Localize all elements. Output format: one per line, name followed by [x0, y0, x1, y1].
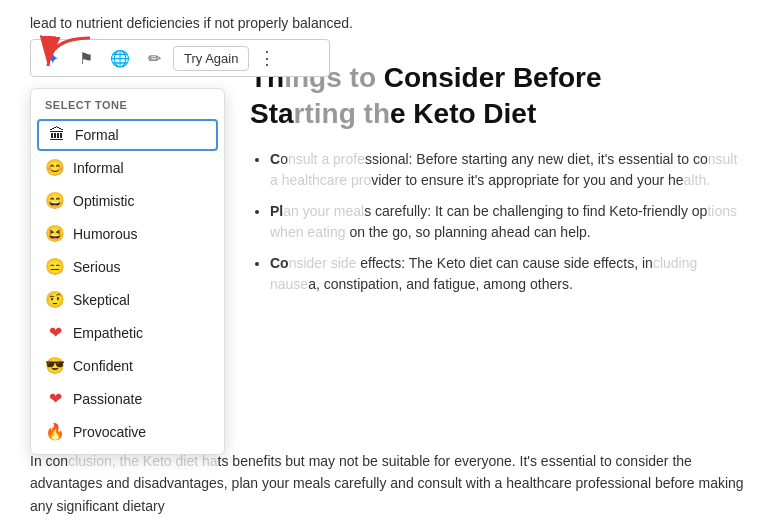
confident-label: Confident	[73, 358, 133, 374]
confident-icon: 😎	[45, 356, 65, 375]
dropdown-item-empathetic[interactable]: ❤ Empathetic	[31, 316, 224, 349]
bullet-strong-2: Pl	[270, 203, 283, 219]
main-content: Things to Consider Before Starting the K…	[250, 60, 746, 311]
formal-icon: 🏛	[47, 126, 67, 144]
informal-label: Informal	[73, 160, 124, 176]
humorous-icon: 😆	[45, 224, 65, 243]
body-text: In conclusion, the Keto diet hats benefi…	[30, 450, 746, 517]
tone-dropdown: SELECT TONE 🏛 Formal 😊 Informal 😄 Optimi…	[30, 88, 225, 455]
bullet-strong-1: C	[270, 151, 280, 167]
passionate-label: Passionate	[73, 391, 142, 407]
formal-label: Formal	[75, 127, 119, 143]
dropdown-item-provocative[interactable]: 🔥 Provocative	[31, 415, 224, 448]
bullet-text-2: an your meals carefully: It can be chall…	[270, 203, 737, 240]
dropdown-item-humorous[interactable]: 😆 Humorous	[31, 217, 224, 250]
globe-button[interactable]: 🌐	[105, 44, 135, 72]
skeptical-label: Skeptical	[73, 292, 130, 308]
globe-icon: 🌐	[110, 49, 130, 68]
dropdown-item-optimistic[interactable]: 😄 Optimistic	[31, 184, 224, 217]
sparkle-button[interactable]: ✦	[37, 44, 67, 72]
empathetic-icon: ❤	[45, 323, 65, 342]
dropdown-item-formal[interactable]: 🏛 Formal	[37, 119, 218, 151]
list-item: Consult a professional: Before starting …	[270, 149, 746, 191]
dropdown-item-confident[interactable]: 😎 Confident	[31, 349, 224, 382]
bullet-list: Consult a professional: Before starting …	[270, 149, 746, 295]
edit-button[interactable]: ✏	[139, 44, 169, 72]
try-again-button[interactable]: Try Again	[173, 46, 249, 71]
toolbar: ✦ ⚑ 🌐 ✏ Try Again ⋮	[30, 39, 330, 77]
humorous-label: Humorous	[73, 226, 138, 242]
flag-icon: ⚑	[79, 49, 93, 68]
bullet-strong-3: Co	[270, 255, 289, 271]
serious-icon: 😑	[45, 257, 65, 276]
flag-button[interactable]: ⚑	[71, 44, 101, 72]
informal-icon: 😊	[45, 158, 65, 177]
provocative-icon: 🔥	[45, 422, 65, 441]
skeptical-icon: 🤨	[45, 290, 65, 309]
serious-label: Serious	[73, 259, 120, 275]
dropdown-item-informal[interactable]: 😊 Informal	[31, 151, 224, 184]
top-text: lead to nutrient deficiencies if not pro…	[30, 10, 736, 31]
dropdown-item-serious[interactable]: 😑 Serious	[31, 250, 224, 283]
empathetic-label: Empathetic	[73, 325, 143, 341]
list-item: Plan your meals carefully: It can be cha…	[270, 201, 746, 243]
list-item: Consider side effects: The Keto diet can…	[270, 253, 746, 295]
dropdown-item-passionate[interactable]: ❤ Passionate	[31, 382, 224, 415]
more-options-button[interactable]: ⋮	[253, 44, 281, 72]
edit-icon: ✏	[148, 49, 161, 68]
provocative-label: Provocative	[73, 424, 146, 440]
passionate-icon: ❤	[45, 389, 65, 408]
more-icon: ⋮	[258, 47, 276, 69]
bullet-text-3: nsider side effects: The Keto diet can c…	[270, 255, 697, 292]
dropdown-header: SELECT TONE	[31, 95, 224, 119]
dropdown-item-skeptical[interactable]: 🤨 Skeptical	[31, 283, 224, 316]
optimistic-icon: 😄	[45, 191, 65, 210]
bullet-text-1: onsult a professional: Before starting a…	[270, 151, 737, 188]
optimistic-label: Optimistic	[73, 193, 134, 209]
sparkle-icon: ✦	[46, 49, 59, 68]
